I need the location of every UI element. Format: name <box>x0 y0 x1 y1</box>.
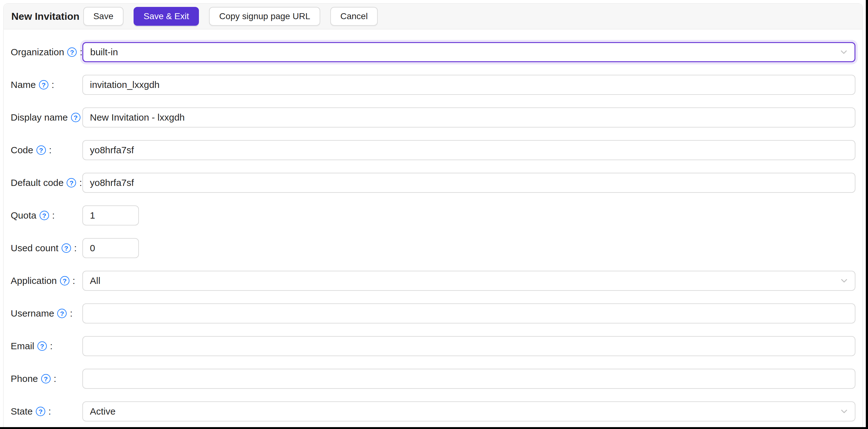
phone-field[interactable] <box>82 369 856 389</box>
code-input[interactable] <box>82 140 856 160</box>
email-label: Email <box>11 341 34 352</box>
application-select-value: All <box>90 275 100 286</box>
username-input[interactable] <box>82 303 856 324</box>
save-button[interactable]: Save <box>83 7 124 26</box>
display-name-input[interactable] <box>82 107 856 128</box>
chevron-down-icon <box>840 48 847 56</box>
name-label: Name <box>11 79 36 90</box>
help-icon[interactable]: ? <box>36 145 46 155</box>
colon: : <box>70 308 72 319</box>
form-row-quota: Quota ? : <box>11 205 856 226</box>
screenshot-bottom-edge <box>0 427 868 429</box>
username-label: Username <box>11 308 54 319</box>
help-icon[interactable]: ? <box>62 243 71 253</box>
name-input[interactable] <box>82 75 856 95</box>
cancel-button[interactable]: Cancel <box>330 7 378 26</box>
page-title: New Invitation <box>11 11 80 22</box>
form-row-used-count: Used count ? : <box>11 238 856 258</box>
help-icon[interactable]: ? <box>57 309 67 318</box>
organization-select[interactable]: built-in <box>82 42 856 62</box>
default-code-input[interactable] <box>82 173 856 193</box>
colon: : <box>50 341 53 352</box>
used-count-input[interactable] <box>82 238 139 258</box>
form-row-state: State ? : Active <box>11 401 856 422</box>
help-icon[interactable]: ? <box>36 407 45 416</box>
copy-signup-page-url-button[interactable]: Copy signup page URL <box>209 7 320 26</box>
form-row-phone: Phone ? : <box>11 369 856 389</box>
help-icon[interactable]: ? <box>71 113 81 122</box>
invitation-form: Organization ? : built-in Name <box>4 42 862 429</box>
default-code-label: Default code <box>11 177 63 188</box>
state-select-value: Active <box>90 406 116 417</box>
form-row-application: Application ? : All <box>11 271 856 291</box>
page: New Invitation Save Save & Exit Copy sig… <box>0 0 868 429</box>
used-count-label: Used count <box>11 243 58 254</box>
help-icon[interactable]: ? <box>41 374 51 384</box>
application-label: Application <box>11 275 57 286</box>
chevron-down-icon <box>840 408 848 415</box>
colon: : <box>54 373 56 384</box>
quota-label: Quota <box>11 210 36 221</box>
save-and-exit-button[interactable]: Save & Exit <box>133 7 199 26</box>
colon: : <box>52 210 55 221</box>
application-select[interactable]: All <box>82 271 856 291</box>
card-header: New Invitation Save Save & Exit Copy sig… <box>4 4 862 30</box>
help-icon[interactable]: ? <box>39 80 49 90</box>
organization-select-value: built-in <box>90 47 118 58</box>
form-row-display-name: Display name ? : <box>11 107 856 128</box>
invitation-edit-card: New Invitation Save Save & Exit Copy sig… <box>3 3 863 429</box>
form-row-code: Code ? : <box>11 140 856 160</box>
phone-label: Phone <box>11 373 38 384</box>
help-icon[interactable]: ? <box>67 178 76 188</box>
state-label: State <box>11 406 33 417</box>
form-row-email: Email ? : <box>11 336 856 356</box>
colon: : <box>72 275 75 286</box>
code-label: Code <box>11 145 33 156</box>
screenshot-right-edge <box>866 0 868 429</box>
organization-label: Organization <box>11 47 64 58</box>
state-select[interactable]: Active <box>82 401 856 422</box>
quota-input[interactable] <box>82 205 139 226</box>
help-icon[interactable]: ? <box>67 47 77 57</box>
display-name-label: Display name <box>11 112 68 123</box>
form-row-default-code: Default code ? : <box>11 173 856 193</box>
colon: : <box>52 79 54 90</box>
form-row-name: Name ? : <box>11 75 856 95</box>
help-icon[interactable]: ? <box>60 276 69 286</box>
help-icon[interactable]: ? <box>40 211 49 220</box>
form-row-organization: Organization ? : built-in <box>11 42 856 62</box>
chevron-down-icon <box>840 277 848 285</box>
colon: : <box>74 243 77 254</box>
colon: : <box>49 145 52 156</box>
email-field[interactable] <box>82 336 856 356</box>
help-icon[interactable]: ? <box>37 341 47 351</box>
form-row-username: Username ? : <box>11 303 856 324</box>
colon: : <box>79 177 82 188</box>
colon: : <box>49 406 51 417</box>
